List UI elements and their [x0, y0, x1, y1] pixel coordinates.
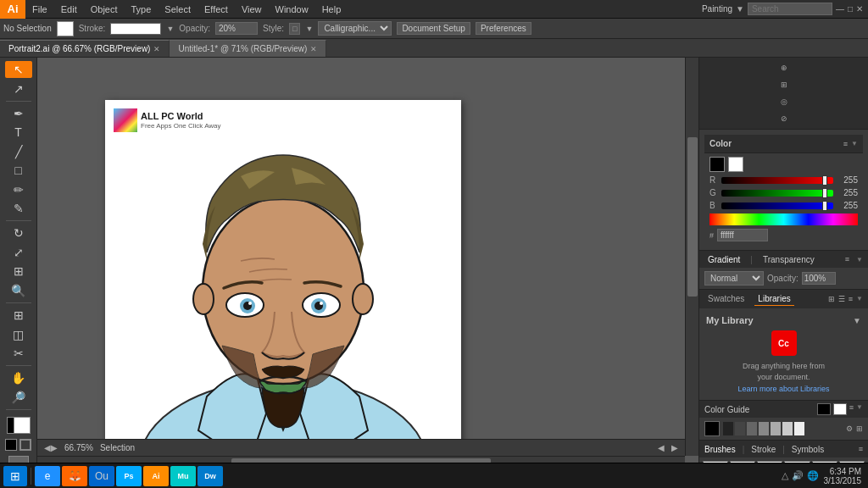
panel-icon-1[interactable]: ⊕ — [776, 60, 793, 75]
grad-fold[interactable]: ▼ — [856, 256, 863, 263]
lib-panel-btn2[interactable]: ☰ — [838, 295, 845, 303]
color-spectrum[interactable] — [709, 214, 858, 225]
tool-direct-selection[interactable]: ↗ — [5, 80, 32, 97]
stroke-tab[interactable]: Stroke — [751, 445, 776, 454]
menu-select[interactable]: Select — [158, 0, 198, 18]
brush-select[interactable]: Calligraphic... — [318, 21, 392, 36]
swatches-tab[interactable]: Swatches — [704, 292, 748, 306]
workspace-arrow[interactable]: ▼ — [736, 4, 744, 14]
cg-main-swatch[interactable] — [704, 421, 720, 436]
tool-eyedropper[interactable]: 🔍 — [5, 282, 32, 299]
menu-view[interactable]: View — [235, 0, 269, 18]
tray-icon-2[interactable]: 🔊 — [792, 470, 804, 481]
r-thumb[interactable] — [822, 175, 827, 186]
tray-icon-3[interactable]: 🌐 — [807, 470, 819, 481]
status-arrows[interactable]: ◀▶ — [44, 443, 58, 452]
taskbar-mu[interactable]: Mu — [170, 466, 196, 486]
tab-0-close[interactable]: ✕ — [153, 45, 160, 53]
tool-scale[interactable]: ⤢ — [5, 244, 32, 261]
cg-settings[interactable]: ⚙ — [846, 424, 853, 433]
taskbar-ps[interactable]: Ps — [116, 466, 142, 486]
b-thumb[interactable] — [822, 201, 827, 211]
normal-mode-btn[interactable] — [5, 439, 17, 451]
window-close-btn[interactable]: ✕ — [856, 4, 863, 14]
cg-swatch-fg[interactable] — [817, 403, 831, 415]
tool-gradient[interactable]: ◫ — [5, 325, 32, 342]
background-color[interactable] — [14, 417, 31, 434]
cg-c1[interactable] — [723, 422, 733, 435]
taskbar-firefox[interactable]: 🦊 — [62, 466, 87, 486]
color-panel-menu[interactable]: ≡ — [843, 140, 848, 148]
taskbar-outlook[interactable]: Ou — [89, 466, 114, 486]
tool-selection[interactable]: ↖ — [5, 61, 32, 78]
transparency-tab[interactable]: Transparency — [760, 255, 818, 264]
g-slider[interactable] — [721, 190, 833, 197]
window-minimize-btn[interactable]: — — [836, 4, 844, 14]
menu-help[interactable]: Help — [315, 0, 348, 18]
cg-c2[interactable] — [735, 422, 745, 435]
tool-type[interactable]: T — [5, 124, 32, 141]
grad-panel-menu[interactable]: ≡ — [845, 255, 849, 263]
tool-line[interactable]: ╱ — [5, 143, 32, 160]
artboard-nav-left[interactable]: ◀ — [658, 443, 665, 452]
taskbar-ai[interactable]: Ai — [143, 466, 169, 486]
canvas-scroll-vertical[interactable] — [685, 58, 698, 456]
lib-learn-link[interactable]: Learn more about Libraries — [737, 385, 829, 393]
panel-icon-2[interactable]: ⊞ — [776, 77, 793, 92]
fg-swatch[interactable] — [709, 157, 725, 172]
opacity-input-grad[interactable] — [802, 272, 836, 285]
cg-expand[interactable]: ⊞ — [856, 424, 863, 433]
cg-c6[interactable] — [782, 422, 793, 435]
stroke-arrow[interactable]: ▼ — [166, 25, 174, 33]
panel-icon-3[interactable]: ◎ — [776, 94, 793, 109]
tool-rect[interactable]: □ — [5, 162, 32, 179]
cg-fold[interactable]: ▼ — [856, 403, 863, 415]
tool-paintbrush[interactable]: ✏ — [5, 181, 32, 198]
tab-0[interactable]: Portrait2.ai @ 66.67% (RGB/Preview) ✕ — [0, 40, 170, 57]
tab-1[interactable]: Untitled-1* @ 71% (RGB/Preview) ✕ — [170, 40, 326, 57]
lib-panel-menu[interactable]: ≡ — [849, 295, 853, 303]
libraries-tab[interactable]: Libraries — [754, 292, 793, 306]
doc-setup-btn[interactable]: Document Setup — [397, 22, 470, 35]
symbols-tab[interactable]: Symbols — [792, 445, 824, 454]
bg-swatch[interactable] — [728, 157, 743, 172]
opacity-input[interactable] — [215, 22, 258, 35]
hex-input[interactable] — [717, 229, 768, 241]
cg-c7[interactable] — [794, 422, 804, 435]
cg-menu[interactable]: ≡ — [849, 403, 854, 415]
search-input[interactable] — [748, 3, 832, 15]
tool-scissors[interactable]: ✂ — [5, 345, 32, 362]
cg-c4[interactable] — [759, 422, 769, 435]
lib-panel-btn1[interactable]: ⊞ — [828, 295, 835, 303]
brushes-menu[interactable]: ≡ — [859, 445, 863, 453]
color-panel-fold[interactable]: ▼ — [851, 140, 858, 148]
lib-fold[interactable]: ▼ — [856, 295, 863, 303]
tool-blend[interactable]: ⊞ — [5, 263, 32, 280]
r-slider[interactable] — [721, 177, 833, 184]
screen-mode-btn[interactable] — [19, 439, 31, 451]
menu-edit[interactable]: Edit — [54, 0, 84, 18]
panel-icon-4[interactable]: ⊘ — [776, 111, 793, 126]
artboard-nav-right[interactable]: ▶ — [671, 443, 678, 452]
start-button[interactable]: ⊞ — [3, 466, 27, 486]
tool-hand[interactable]: ✋ — [5, 369, 32, 386]
lib-arrow[interactable]: ▼ — [853, 316, 861, 325]
menu-effect[interactable]: Effect — [198, 0, 235, 18]
gradient-tab[interactable]: Gradient — [704, 255, 743, 264]
menu-type[interactable]: Type — [125, 0, 159, 18]
menu-object[interactable]: Object — [84, 0, 125, 18]
taskbar-ie[interactable]: e — [35, 466, 60, 486]
window-maximize-btn[interactable]: □ — [848, 4, 853, 14]
cg-c5[interactable] — [771, 422, 781, 435]
g-thumb[interactable] — [822, 188, 827, 198]
tool-zoom[interactable]: 🔎 — [5, 388, 32, 405]
cg-swatch-bg[interactable] — [833, 403, 847, 415]
canvas-area[interactable]: ALL PC Adobe IllustratorWorld Free Apps … — [37, 58, 698, 469]
fill-preview[interactable] — [57, 21, 74, 36]
blend-mode-select[interactable]: Normal — [704, 271, 764, 286]
brushes-tab[interactable]: Brushes — [704, 445, 736, 454]
tool-rotate[interactable]: ↻ — [5, 225, 32, 241]
tray-icon-1[interactable]: △ — [782, 470, 788, 481]
menu-window[interactable]: Window — [269, 0, 315, 18]
preferences-btn[interactable]: Preferences — [476, 22, 531, 35]
